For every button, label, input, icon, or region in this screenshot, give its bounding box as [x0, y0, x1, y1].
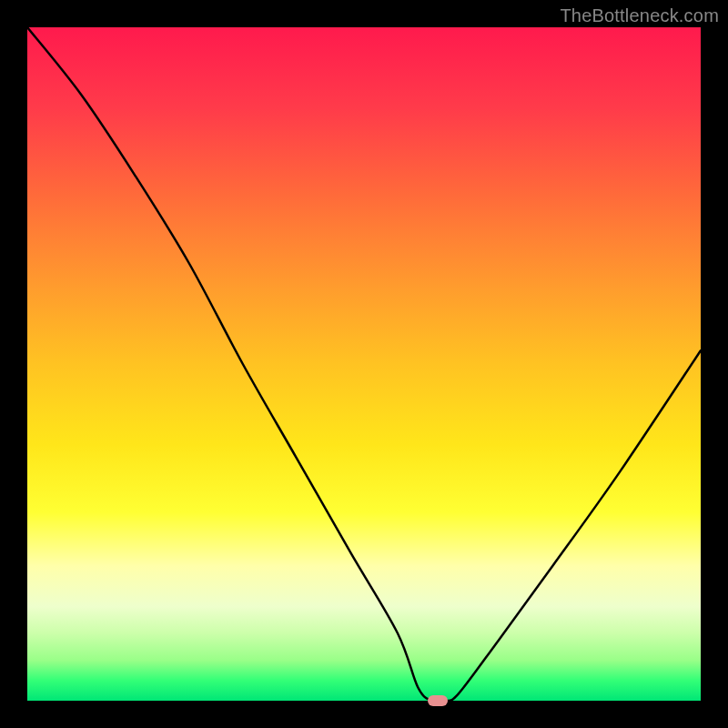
bottleneck-chart: TheBottleneck.com — [0, 0, 728, 728]
bottleneck-curve — [27, 27, 701, 701]
curve-path — [27, 27, 701, 701]
watermark-text: TheBottleneck.com — [560, 5, 719, 26]
plot-area — [27, 27, 701, 701]
optimal-marker — [428, 695, 448, 706]
